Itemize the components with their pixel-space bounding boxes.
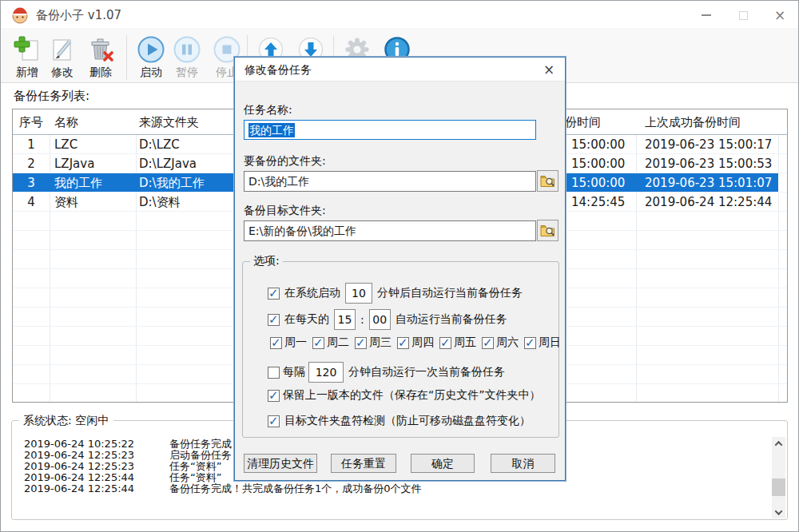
edit-task-button[interactable]: 修改 xyxy=(45,34,80,78)
friday-checkbox[interactable] xyxy=(439,337,451,349)
browse-target-button[interactable] xyxy=(537,220,559,241)
window-controls: × xyxy=(688,1,798,30)
monday-checkbox[interactable] xyxy=(270,337,282,349)
dialog-title-bar: 修改备份任务 × xyxy=(235,58,565,81)
scroll-down-button[interactable] xyxy=(772,506,785,518)
log-scrollbar[interactable] xyxy=(772,437,785,518)
column-header-no[interactable]: 序号 xyxy=(13,109,50,134)
start-icon xyxy=(133,34,169,66)
interval-minutes-input[interactable]: 120 xyxy=(308,362,344,383)
app-window: 备份小子 v1.07 × 新增 xyxy=(0,0,799,532)
close-button[interactable]: × xyxy=(761,1,798,30)
sunday-checkbox[interactable] xyxy=(524,337,536,349)
folder-search-icon xyxy=(540,224,555,237)
new-task-button[interactable]: 新增 xyxy=(10,34,45,78)
pause-icon xyxy=(169,34,205,66)
source-folder-label: 要备份的文件夹: xyxy=(244,154,326,169)
pause-task-button[interactable]: 暂停 xyxy=(169,34,205,78)
edit-task-icon xyxy=(45,34,80,66)
maximize-icon xyxy=(739,11,748,20)
task-name-label: 任务名称: xyxy=(244,103,292,117)
close-icon: × xyxy=(774,9,785,22)
ok-button[interactable]: 确定 xyxy=(411,454,475,473)
toolbar-separator xyxy=(126,35,127,80)
dialog-title: 修改备份任务 xyxy=(244,63,312,77)
weekday-monday[interactable]: 周一 xyxy=(268,335,307,350)
maximize-button[interactable] xyxy=(725,1,761,30)
selected-text: 我的工作 xyxy=(248,123,295,137)
weekday-wednesday[interactable]: 周三 xyxy=(352,335,392,350)
daily-minute-input[interactable]: 00 xyxy=(369,309,391,330)
chevron-down-icon xyxy=(775,507,783,515)
daily-checkbox[interactable] xyxy=(268,314,280,326)
title-bar: 备份小子 v1.07 × xyxy=(1,1,798,30)
window-title: 备份小子 v1.07 xyxy=(36,8,121,23)
column-header-name[interactable]: 名称 xyxy=(50,109,136,134)
edit-task-dialog: 修改备份任务 × 任务名称: 我的工作 要备份的文件夹: D:\我的工作 备份目… xyxy=(234,57,566,481)
weekday-tuesday[interactable]: 周二 xyxy=(310,335,349,350)
weekday-sunday[interactable]: 周日 xyxy=(522,335,561,350)
drive-check-row: 目标文件夹盘符检测（防止可移动磁盘盘符变化） xyxy=(268,414,535,428)
drive-check-checkbox[interactable] xyxy=(268,415,280,427)
startup-minutes-input[interactable]: 10 xyxy=(345,283,372,304)
task-list-label: 备份任务列表: xyxy=(14,89,89,104)
interval-checkbox[interactable] xyxy=(268,367,280,379)
tuesday-checkbox[interactable] xyxy=(312,337,324,349)
weekday-thursday[interactable]: 周四 xyxy=(395,335,434,350)
daily-option-row: 在每天的 15 : 00 自动运行当前备份任务 xyxy=(268,309,512,330)
daily-hour-input[interactable]: 15 xyxy=(334,309,356,330)
log-entry: 2019-06-24 12:25:44 备份任务完成！共完成备份任务1个，成功备… xyxy=(24,483,768,494)
delete-task-icon xyxy=(83,34,118,66)
weekday-friday[interactable]: 周五 xyxy=(437,335,476,350)
reset-task-button[interactable]: 任务重置 xyxy=(331,454,396,473)
minimize-button[interactable] xyxy=(688,1,725,30)
minimize-icon xyxy=(702,14,711,16)
source-folder-input[interactable]: D:\我的工作 xyxy=(244,171,536,192)
keep-history-checkbox[interactable] xyxy=(268,390,280,402)
startup-checkbox[interactable] xyxy=(268,288,280,300)
column-header-time[interactable]: 份时间 xyxy=(561,109,636,134)
delete-task-button[interactable]: 删除 xyxy=(83,34,118,78)
column-header-last-success[interactable]: 上次成功备份时间 xyxy=(636,109,778,134)
target-folder-input[interactable]: E:\新的备份\我的工作 xyxy=(244,220,536,241)
chevron-up-icon xyxy=(775,440,783,448)
browse-source-button[interactable] xyxy=(537,170,559,192)
status-label: 系统状态: 空闲中 xyxy=(18,414,113,428)
options-group-label: 选项: xyxy=(250,254,283,268)
startup-option-row: 在系统启动 10 分钟后自动运行当前备份任务 xyxy=(268,283,527,304)
thursday-checkbox[interactable] xyxy=(397,337,409,349)
target-folder-label: 备份目标文件夹: xyxy=(244,204,326,218)
interval-option-row: 每隔 120 分钟自动运行一次当前备份任务 xyxy=(268,362,510,383)
close-icon: × xyxy=(543,62,555,77)
clean-history-button[interactable]: 清理历史文件 xyxy=(244,454,317,473)
task-name-input[interactable]: 我的工作 xyxy=(244,120,536,140)
dialog-close-button[interactable]: × xyxy=(539,61,559,78)
start-task-button[interactable]: 启动 xyxy=(133,34,169,78)
new-task-icon xyxy=(10,34,45,66)
weekday-saturday[interactable]: 周六 xyxy=(479,335,519,350)
wednesday-checkbox[interactable] xyxy=(355,337,367,349)
weekday-row: 周一 周二 周三 周四 周五 周六 周日 xyxy=(268,335,564,350)
saturday-checkbox[interactable] xyxy=(482,337,494,349)
cancel-button[interactable]: 取消 xyxy=(491,454,555,473)
scroll-up-button[interactable] xyxy=(772,437,785,450)
folder-search-icon xyxy=(540,174,555,188)
keep-history-row: 保留上一版本的文件（保存在“历史文件”文件夹中） xyxy=(268,388,541,403)
app-logo-icon xyxy=(11,6,29,24)
scrollbar-thumb[interactable] xyxy=(772,478,785,496)
